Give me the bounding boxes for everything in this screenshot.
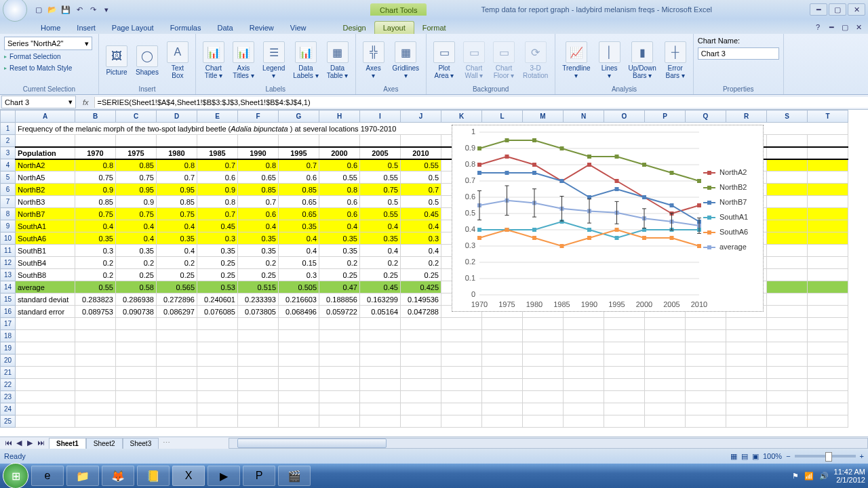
horizontal-scrollbar[interactable] xyxy=(229,438,868,449)
movie-maker-icon[interactable]: 🎬 xyxy=(278,466,311,486)
format-selection-button[interactable]: Format Selection xyxy=(4,52,94,62)
lines-button[interactable]: │Lines ▾ xyxy=(596,40,623,81)
text-box-button[interactable]: AText Box xyxy=(164,40,191,81)
media-player-icon[interactable]: ▶ xyxy=(208,466,240,486)
embedded-chart[interactable]: 00.10.20.30.40.50.60.70.80.9119701975198… xyxy=(452,125,764,312)
firefox-icon[interactable]: 🦊 xyxy=(102,466,134,486)
tab-review[interactable]: Review xyxy=(241,22,282,34)
updown-bars-button[interactable]: ▮Up/Down Bars ▾ xyxy=(626,40,659,81)
data-labels-button[interactable]: 📊Data Labels ▾ xyxy=(290,40,321,81)
tab-page-layout[interactable]: Page Layout xyxy=(104,22,162,34)
system-tray[interactable]: ⚑ 📶 🔊 11:42 AM2/1/2012 xyxy=(792,468,865,484)
zoom-level[interactable]: 100% xyxy=(763,452,782,460)
reset-style-button[interactable]: Reset to Match Style xyxy=(4,63,94,73)
data-table-button[interactable]: ▦Data Table ▾ xyxy=(324,40,351,81)
zoom-in-icon[interactable]: + xyxy=(860,452,864,460)
zoom-out-icon[interactable]: − xyxy=(786,452,790,460)
tab-formulas[interactable]: Formulas xyxy=(162,22,210,34)
powerpoint-icon[interactable]: P xyxy=(243,466,275,486)
notes-icon[interactable]: 📒 xyxy=(137,466,170,486)
axes-button[interactable]: ╬Axes ▾ xyxy=(360,40,387,81)
tab-layout[interactable]: Layout xyxy=(374,21,414,34)
prev-sheet-icon[interactable]: ◀ xyxy=(14,439,24,447)
sheet-tab-2[interactable]: Sheet2 xyxy=(86,438,123,449)
gridlines-button[interactable]: ▦Gridlines ▾ xyxy=(390,40,422,81)
view-layout-icon[interactable]: ▤ xyxy=(741,452,748,461)
zoom-slider[interactable] xyxy=(795,455,856,458)
tab-insert[interactable]: Insert xyxy=(68,22,104,34)
svg-text:SouthA6: SouthA6 xyxy=(719,228,748,236)
rotation-icon: ⟳ xyxy=(525,41,547,63)
redo-icon[interactable]: ↷ xyxy=(87,3,99,16)
tab-view[interactable]: View xyxy=(282,22,315,34)
save-icon[interactable]: 💾 xyxy=(60,3,72,16)
next-sheet-icon[interactable]: ▶ xyxy=(24,439,35,447)
close-workbook-icon[interactable]: ✕ xyxy=(853,23,864,34)
open-icon[interactable]: 📂 xyxy=(46,3,58,16)
chart-name-label: Chart Name: xyxy=(698,37,740,45)
group-label: Properties xyxy=(698,84,779,93)
restore-window-icon[interactable]: ▢ xyxy=(840,23,850,34)
new-sheet-icon[interactable]: ⋯ xyxy=(159,439,174,447)
svg-text:1995: 1995 xyxy=(608,300,625,308)
view-normal-icon[interactable]: ▦ xyxy=(730,452,737,461)
legend-button[interactable]: ☰Legend ▾ xyxy=(260,40,288,81)
chart-wall-button[interactable]: ▭Chart Wall ▾ xyxy=(460,40,488,81)
chevron-down-icon: ▾ xyxy=(68,98,73,106)
shapes-icon: ◯ xyxy=(136,45,158,67)
shapes-button[interactable]: ◯Shapes xyxy=(133,44,161,77)
svg-rect-125 xyxy=(707,230,711,235)
chart-element-selector[interactable]: Series "NorthA2"▾ xyxy=(4,37,92,50)
first-sheet-icon[interactable]: ⏮ xyxy=(3,439,14,447)
tray-network-icon[interactable]: 📶 xyxy=(804,472,814,481)
svg-text:2010: 2010 xyxy=(691,300,707,308)
worksheet-area[interactable]: ABCDEFGHIJKLMNOPQRST1Frequency of the me… xyxy=(0,110,868,436)
svg-rect-116 xyxy=(707,186,711,190)
tab-home[interactable]: Home xyxy=(33,22,68,34)
fx-icon[interactable]: fx xyxy=(77,98,94,106)
explorer-icon[interactable]: 📁 xyxy=(66,466,99,486)
tab-design[interactable]: Design xyxy=(334,22,374,34)
undo-icon[interactable]: ↶ xyxy=(73,3,85,16)
chart-title-button[interactable]: 📊Chart Title ▾ xyxy=(200,40,227,81)
ie-icon[interactable]: e xyxy=(31,466,64,486)
minimize-button[interactable]: ━ xyxy=(810,3,827,16)
svg-rect-74 xyxy=(670,236,674,240)
svg-rect-44 xyxy=(587,155,591,159)
tab-format[interactable]: Format xyxy=(414,22,454,34)
plot-area-button[interactable]: ▭Plot Area ▾ xyxy=(431,40,458,81)
error-bars-button[interactable]: ┼Error Bars ▾ xyxy=(662,40,689,81)
name-box[interactable]: Chart 3▾ xyxy=(1,96,76,108)
status-bar: Ready ▦ ▤ ▣ 100% − + xyxy=(0,449,868,464)
tab-data[interactable]: Data xyxy=(209,22,241,34)
chart-floor-button[interactable]: ▭Chart Floor ▾ xyxy=(490,40,517,81)
view-break-icon[interactable]: ▣ xyxy=(752,452,759,461)
tray-flag-icon[interactable]: ⚑ xyxy=(792,472,799,481)
chart-name-input[interactable] xyxy=(698,47,779,60)
tray-volume-icon[interactable]: 🔊 xyxy=(819,472,829,481)
last-sheet-icon[interactable]: ⏭ xyxy=(35,439,46,447)
svg-rect-53 xyxy=(587,195,591,199)
excel-icon[interactable]: X xyxy=(172,466,205,486)
svg-rect-50 xyxy=(505,171,509,175)
help-icon[interactable]: ? xyxy=(812,23,823,34)
svg-rect-39 xyxy=(697,203,701,207)
trendline-button[interactable]: 📈Trendline ▾ xyxy=(559,40,593,81)
sheet-tab-3[interactable]: Sheet3 xyxy=(123,438,159,449)
close-button[interactable]: ✕ xyxy=(848,3,865,16)
clock[interactable]: 11:42 AM2/1/2012 xyxy=(834,468,865,484)
svg-text:0.7: 0.7 xyxy=(465,176,475,184)
data-labels-icon: 📊 xyxy=(295,41,317,63)
sheet-tab-1[interactable]: Sheet1 xyxy=(49,438,86,449)
maximize-button[interactable]: ▢ xyxy=(829,3,846,16)
qat-more-icon[interactable]: ▾ xyxy=(100,3,113,16)
rotation-button[interactable]: ⟳3-D Rotation xyxy=(520,40,551,81)
formula-input[interactable] xyxy=(94,97,868,108)
chart-plot[interactable]: 00.10.20.30.40.50.60.70.80.9119701975198… xyxy=(452,125,763,311)
axis-titles-button[interactable]: 📊Axis Titles ▾ xyxy=(230,40,257,81)
start-button[interactable]: ⊞ xyxy=(3,463,28,488)
minimize-ribbon-icon[interactable]: ━ xyxy=(826,23,837,34)
picture-button[interactable]: 🖼Picture xyxy=(103,44,130,77)
new-icon[interactable]: ▢ xyxy=(33,3,45,16)
axis-titles-icon: 📊 xyxy=(233,41,254,63)
